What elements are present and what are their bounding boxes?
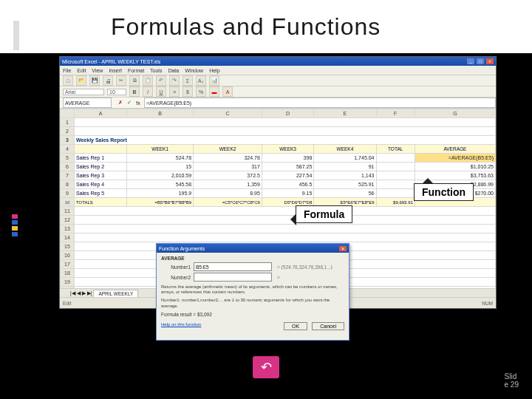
sheet-tab[interactable]: APRIL WEEKLY [93,290,138,298]
cell-a7[interactable]: Sales Rep 3 [75,171,127,180]
redo-icon[interactable]: ↷ [169,75,180,86]
cell-b10[interactable]: =B5*B6*B7*B8*B9 [127,198,194,207]
maximize-icon[interactable]: □ [477,58,484,64]
save-icon[interactable]: 💾 [89,75,100,86]
cell-e6[interactable]: 91 [314,163,376,171]
hdr-3: WEEK3 [262,145,313,154]
menu-file[interactable]: File [63,68,71,73]
col-g[interactable]: G [415,109,495,118]
cell-b5[interactable]: 524.78 [127,154,194,163]
minimize-icon[interactable]: _ [467,58,474,64]
cell-a9[interactable]: Sales Rep 5 [75,189,127,198]
tab-nav-last-icon[interactable]: ▶| [87,290,92,296]
tab-nav-first-icon[interactable]: |◀ [70,290,75,296]
menu-insert[interactable]: Insert [109,68,122,73]
cell-d9[interactable]: 9.15 [262,189,313,198]
dialog-arg-desc: Number1: number1,number2,... are 1 to 30… [161,298,344,308]
cell-c8[interactable]: 1,359 [194,180,262,189]
number2-input[interactable] [194,273,272,282]
cancel-formula-icon[interactable]: ✗ [117,99,124,106]
cell-a5[interactable]: Sales Rep 1 [75,154,127,163]
dialog-title-bar[interactable]: Function Arguments × [157,244,349,253]
copy-icon[interactable]: ⧉ [129,75,140,86]
cell-e7[interactable]: 1,143 [314,171,376,180]
chart-icon[interactable]: 📊 [209,75,219,86]
name-box[interactable]: AVERAGE [63,98,112,108]
enter-formula-icon[interactable]: ✓ [126,99,133,106]
cell-b7[interactable]: 2,010.59 [127,171,194,180]
italic-icon[interactable]: I [143,86,153,97]
col-e[interactable]: E [314,109,376,118]
window-controls[interactable]: _ □ × [466,58,494,64]
col-a[interactable]: A [75,109,127,118]
font-select[interactable]: Arial [63,89,104,95]
cell-c6[interactable]: 317 [194,163,262,171]
menu-format[interactable]: Format [128,68,144,73]
cancel-button[interactable]: Cancel [312,322,344,330]
cell-e5[interactable]: 1,745.04 [314,154,376,163]
size-select[interactable]: 10 [107,89,126,95]
menu-edit[interactable]: Edit [77,68,86,73]
cell-f7[interactable] [376,171,415,180]
cell-d5[interactable]: 398 [262,154,313,163]
bold-icon[interactable]: B [129,86,140,97]
cell-f6[interactable] [376,163,415,171]
cell-b9[interactable]: 195.9 [127,189,194,198]
menu-help[interactable]: Help [209,68,219,73]
sheet-tab-label: APRIL WEEKLY [98,291,133,296]
number1-input[interactable] [194,262,272,271]
currency-icon[interactable]: $ [183,86,193,97]
underline-icon[interactable]: U [156,86,166,97]
fill-color-icon[interactable]: ▬ [209,86,219,97]
cut-icon[interactable]: ✂ [116,75,126,86]
print-icon[interactable]: 🖨 [103,75,113,86]
new-icon[interactable]: □ [63,75,73,86]
hdr-1: WEEK1 [127,145,194,154]
cell-c10[interactable]: =C5*C6*C7*C8*C9 [194,198,262,207]
undo-icon[interactable]: ↶ [156,75,166,86]
cell-b6[interactable]: 15 [127,163,194,171]
tab-nav-prev-icon[interactable]: ◀ [77,290,81,296]
cell-c7[interactable]: 372.5 [194,171,262,180]
cell-e8[interactable]: 525.91 [314,180,376,189]
sum-icon[interactable]: Σ [183,75,193,86]
menu-tools[interactable]: Tools [150,68,162,73]
ok-button[interactable]: OK [284,322,307,330]
cell-g5[interactable]: =AVERAGE(B5:E5) [415,154,495,163]
sort-icon[interactable]: A↓ [196,75,206,86]
col-c[interactable]: C [194,109,262,118]
cell-c9[interactable]: 8.95 [194,189,262,198]
menu-view[interactable]: View [92,68,103,73]
cell-a8[interactable]: Sales Rep 4 [75,180,127,189]
help-link[interactable]: Help on this function [161,322,201,327]
cell-f9[interactable] [376,189,415,198]
close-icon[interactable]: × [486,58,494,64]
cell-f10[interactable]: $9,693.91 [376,198,415,207]
cell-g6[interactable]: $1,010.25 [415,163,495,171]
cell-d7[interactable]: 227.54 [262,171,313,180]
menu-data[interactable]: Data [168,68,179,73]
formula-input[interactable]: =AVERAGE(B5:E5) [144,98,496,108]
col-b[interactable]: B [127,109,194,118]
cell-f8[interactable] [376,180,415,189]
col-d[interactable]: D [262,109,313,118]
menu-window[interactable]: Window [185,68,203,73]
dialog-close-icon[interactable]: × [339,246,347,251]
cell-f5[interactable] [376,154,415,163]
open-icon[interactable]: 📂 [76,75,86,86]
cell-a10[interactable]: TOTALS [75,198,127,207]
cell-b8[interactable]: 545.58 [127,180,194,189]
cell-d6[interactable]: 587.25 [262,163,313,171]
font-color-icon[interactable]: A [222,86,233,97]
paste-icon[interactable]: 📋 [143,75,153,86]
fx-icon[interactable]: fx [134,99,142,106]
cell-c5[interactable]: 324.78 [194,154,262,163]
align-left-icon[interactable]: ≡ [169,86,180,97]
col-f[interactable]: F [376,109,415,118]
percent-icon[interactable]: % [196,86,206,97]
cell-a6[interactable]: Sales Rep 2 [75,163,127,171]
return-button[interactable]: ↶ [253,356,279,378]
cell-d8[interactable]: 456.5 [262,180,313,189]
tab-nav-next-icon[interactable]: ▶ [82,290,86,296]
cell-e9[interactable]: 56 [314,189,376,198]
